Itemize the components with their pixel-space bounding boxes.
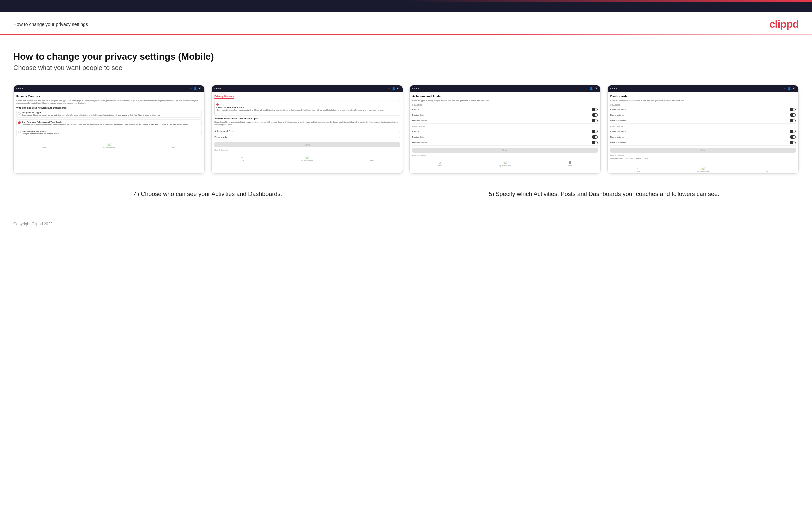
privacy-tab: Privacy Controls	[214, 95, 234, 99]
header-divider	[0, 34, 812, 35]
settings-icon3: ⚙	[595, 87, 598, 90]
footer-performance4: 📊 My Performance	[697, 167, 709, 172]
toggle-label-followers-manual: Manual Activities	[412, 142, 427, 144]
settings-icon2: ⚙	[397, 87, 400, 90]
toggle-label-followers-workon: What To Work On	[610, 142, 626, 144]
toggle-label-coaches-drills: Practice Drills	[412, 114, 425, 116]
toggle-followers-manual: Manual Activities	[412, 140, 598, 146]
help-label-mockup2: Help & Support	[214, 149, 400, 151]
mockup-activities-posts: ‹ Back ⌕ 👤 ⚙ Activities and Posts Select…	[409, 85, 601, 174]
toggle-followers-player-switch[interactable]	[790, 130, 796, 133]
mockup-privacy-popup: ‹ Back ⌕ 👤 ⚙ Privacy Controls Only You a…	[211, 85, 403, 174]
captions-container: 4) Choose who can see your Activities an…	[13, 187, 799, 202]
mockup1-section-title: Who Can See Your Activities and Dashboar…	[16, 107, 202, 109]
back-chevron-icon3: ‹	[412, 87, 413, 90]
footer-performance: 📊 My Performance	[103, 143, 115, 148]
toggle-label-coaches-workon: What To Work On	[610, 120, 626, 122]
menu-icon3: ☰	[568, 161, 571, 164]
followers-label-m4: FOLLOWERS	[610, 126, 796, 128]
footer-menu2: ☰ Menu	[370, 156, 374, 161]
toggle-coaches-workon-switch[interactable]	[790, 119, 796, 122]
toggle-followers-drills-switch[interactable]	[592, 135, 598, 139]
toggle-coaches-insights-switch[interactable]	[790, 113, 796, 117]
mockup3-body: Activities and Posts Select the types of…	[410, 92, 601, 159]
toggle-coaches-drills: Practice Drills	[412, 112, 598, 118]
mockup1-header: ‹ Back ⌕ 👤 ⚙	[14, 85, 204, 92]
back-chevron-icon4: ‹	[610, 87, 611, 90]
mockup4-body: Dashboards Select the dashboards that yo…	[608, 92, 798, 165]
help-text-mockup4: Visit our Clippd community to troublesho…	[610, 157, 796, 160]
search-icon2: ⌕	[387, 87, 391, 90]
mockup2-section-title: Show or hide specific features in Clippd	[214, 117, 400, 120]
breadcrumb: How to change your privacy settings	[13, 21, 88, 27]
mockup4-footer: ⌂ Home 📊 My Performance ☰ Menu	[608, 165, 798, 173]
footer-menu4: ☰ Menu	[766, 167, 770, 172]
toggle-coaches-manual-switch[interactable]	[592, 119, 598, 122]
radio-label-everyone: Everyone on Clippd Everyone on Clippd ca…	[22, 112, 160, 116]
chart-icon: 📊	[107, 143, 111, 146]
mockup2-back: ‹ Back	[214, 87, 221, 90]
mockup4-desc: Select the dashboards that you'd like to…	[610, 100, 796, 102]
top-dark-bar	[0, 2, 812, 12]
screenshots-grid: ‹ Back ⌕ 👤 ⚙ Privacy Controls Control ho…	[13, 85, 799, 174]
toggle-label-followers-insights: Round Insights	[610, 136, 624, 138]
popup-only-you: Only You and Your Coach Only you and the…	[214, 101, 400, 116]
radio-everyone: Everyone on Clippd Everyone on Clippd ca…	[16, 110, 202, 118]
toggle-coaches-player: Player Dashboard	[610, 107, 796, 112]
mockup3-back: ‹ Back	[412, 87, 419, 90]
radio-approved: Only Approved Followers and Your Coach O…	[16, 119, 202, 127]
menu-dashboards: Dashboards ›	[214, 134, 400, 140]
radio-circle-everyone	[18, 112, 20, 115]
footer-home3: ⌂ Home	[438, 161, 442, 167]
back-chevron-icon: ‹	[16, 87, 17, 90]
followers-label-m3: FOLLOWERS	[412, 126, 598, 128]
toggle-label-followers-rounds: Rounds	[412, 130, 419, 132]
footer-menu: ☰ Menu	[172, 143, 176, 148]
mockup3-header: ‹ Back ⌕ 👤 ⚙	[410, 85, 601, 92]
mockup1-footer: ⌂ Home 📊 My Performance ☰ Menu	[14, 141, 204, 149]
footer-home4: ⌂ Home	[636, 167, 640, 172]
footer-home: ⌂ Home	[42, 143, 46, 148]
save-button-mockup2[interactable]: Save	[214, 143, 400, 147]
radio-label-approved: Only Approved Followers and Your Coach O…	[22, 121, 189, 125]
coaches-label-m4: COACHES	[610, 104, 796, 106]
toggle-followers-rounds-switch[interactable]	[592, 130, 598, 133]
toggle-coaches-drills-switch[interactable]	[592, 113, 598, 117]
footer-home2: ⌂ Home	[240, 156, 244, 161]
toggle-coaches-manual: Manual Activities	[412, 118, 598, 124]
header: How to change your privacy settings clip…	[0, 12, 812, 34]
caption-left: 4) Choose who can see your Activities an…	[13, 187, 403, 202]
toggle-coaches-rounds-switch[interactable]	[592, 108, 598, 111]
search-icon3: ⌕	[585, 87, 589, 90]
toggle-followers-workon: What To Work On	[610, 140, 796, 146]
popup-radio-row	[216, 103, 398, 106]
mockup2-header: ‹ Back ⌕ 👤 ⚙	[211, 85, 402, 92]
toggle-followers-workon-switch[interactable]	[790, 141, 796, 144]
mockup2-footer: ⌂ Home 📊 My Performance ☰ Menu	[211, 154, 402, 162]
mockup3-footer: ⌂ Home 📊 My Performance ☰ Menu	[410, 159, 601, 168]
chevron-dashboards-icon: ›	[399, 136, 400, 139]
caption-right: 5) Specify which Activities, Posts and D…	[409, 187, 799, 202]
toggle-coaches-rounds: Rounds	[412, 107, 598, 112]
radio-circle-you-coach	[18, 131, 20, 133]
radio-circle-approved	[18, 121, 20, 124]
mockup1-back: ‹ Back	[16, 87, 23, 90]
toggle-followers-insights: Round Insights	[610, 134, 796, 140]
toggle-coaches-player-switch[interactable]	[790, 108, 796, 111]
save-button-mockup3[interactable]: Save	[412, 148, 598, 153]
save-button-mockup4[interactable]: Save	[610, 148, 796, 153]
mockup1-body-text: Control how you and your data appears to…	[16, 100, 202, 105]
coaches-label-m3: COACHES	[412, 104, 598, 106]
person-icon3: 👤	[590, 87, 593, 90]
logo: clippd	[769, 18, 799, 30]
toggle-followers-manual-switch[interactable]	[592, 141, 598, 144]
toggle-label-coaches-rounds: Rounds	[412, 109, 419, 111]
mockup4-back: ‹ Back	[610, 87, 617, 90]
toggle-followers-insights-switch[interactable]	[790, 135, 796, 139]
search-icon: ⌕	[189, 87, 192, 90]
person-icon4: 👤	[788, 87, 791, 90]
footer-menu3: ☰ Menu	[568, 161, 572, 167]
back-chevron-icon2: ‹	[214, 87, 215, 90]
radio-label-you-coach: Only You and Your Coach Only you and the…	[22, 130, 59, 135]
toggle-coaches-insights: Round Insights	[610, 112, 796, 118]
